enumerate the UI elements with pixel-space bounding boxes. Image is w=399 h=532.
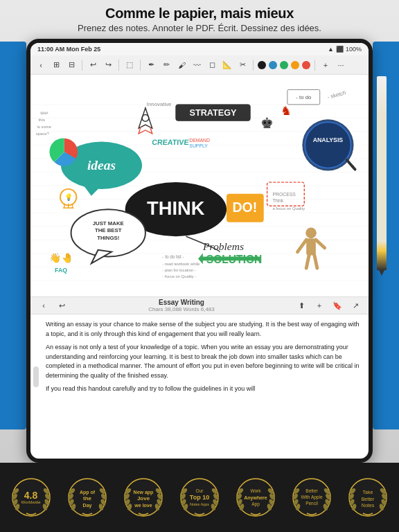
color-black[interactable]	[258, 61, 266, 69]
svg-text:ANALYSIS: ANALYSIS	[313, 136, 344, 143]
pencil-tool-icon[interactable]: ✏	[160, 59, 172, 71]
text-paragraph-3: If you read this handout carefully and t…	[46, 384, 360, 394]
svg-text:a focus on Quality: a focus on Quality	[272, 206, 305, 211]
pencil-decoration	[377, 76, 387, 270]
document-info-center: Essay Writing Chars 38,088 Words 6,483	[68, 299, 295, 312]
svg-text:CREATIVE: CREATIVE	[152, 138, 190, 146]
drawing-toolbar[interactable]: ‹ ⊞ ⊟ ↩ ↪ ⬚ ✒ ✏ 🖌 〰 ◻ 📐 ✂ + ···	[30, 55, 369, 75]
svg-text:Better: Better	[362, 497, 375, 502]
badge-top-10: Our Top 10 Notes Apps	[172, 477, 227, 517]
svg-point-30	[305, 122, 351, 168]
svg-text:Day: Day	[82, 503, 91, 508]
marker-icon[interactable]: 〰	[190, 59, 203, 71]
prev-page-icon[interactable]: ‹	[37, 299, 50, 312]
svg-text:JUST MAKE: JUST MAKE	[93, 220, 124, 227]
ipad-device: 11:00 AM Mon Feb 25 ▲ ⬛ 100% ‹ ⊞ ⊟ ↩ ↪ ⬚…	[26, 39, 373, 463]
divider-3	[140, 60, 141, 71]
text-paragraph-2: An essay is not only a test of your know…	[46, 343, 360, 380]
scissors-icon[interactable]: ✂	[236, 59, 249, 71]
text-paragraph-1: Writing an essay is your chance to make …	[46, 320, 360, 339]
brush-icon[interactable]: 🖌	[175, 59, 188, 71]
divider-4	[253, 60, 254, 71]
badge-apple-pencil: Better With Apple Pencil	[284, 477, 339, 517]
main-subtitle: Prenez des notes. Annoter le PDF. Écrit.…	[0, 23, 399, 33]
svg-text:- plan for location -: - plan for location -	[162, 268, 195, 272]
ruler-icon[interactable]: 📐	[221, 59, 233, 71]
main-title: Comme le papier, mais mieux	[0, 6, 399, 21]
svg-text:SOLUTION: SOLUTION	[206, 254, 263, 265]
badge-rating-label: Worldwide	[21, 500, 41, 504]
header: Comme le papier, mais mieux Prenez des n…	[0, 6, 399, 33]
search-icon[interactable]: ⊟	[65, 59, 78, 71]
scroll-indicator	[33, 366, 39, 387]
color-yellow[interactable]	[291, 61, 299, 69]
color-red[interactable]	[302, 61, 310, 69]
battery-icon: ⬛	[336, 46, 344, 53]
svg-text:Our: Our	[196, 488, 204, 493]
bottom-toolbar-right[interactable]: ⬆ + 🔖 ↗	[295, 299, 362, 312]
add-content-icon[interactable]: +	[313, 299, 326, 312]
pages-icon[interactable]: ⊞	[50, 59, 62, 71]
ipad-screen: 11:00 AM Mon Feb 25 ▲ ⬛ 100% ‹ ⊞ ⊟ ↩ ↪ ⬚…	[30, 43, 369, 459]
redo-icon[interactable]: ↪	[102, 59, 114, 71]
divider-2	[118, 60, 119, 71]
svg-text:Top 10: Top 10	[190, 494, 209, 501]
svg-text:- to do: - to do	[296, 94, 312, 100]
svg-text:New app: New app	[133, 490, 153, 495]
awards-badges-bar: 4.8 Worldwide	[0, 463, 399, 532]
svg-text:🤚: 🤚	[62, 252, 74, 264]
document-title: Essay Writing	[68, 299, 295, 306]
svg-text:Better: Better	[306, 488, 319, 493]
bottom-toolbar: ‹ ↩ Essay Writing Chars 38,088 Words 6,4…	[30, 296, 369, 314]
bottom-undo-icon[interactable]: ↩	[55, 299, 68, 312]
export-icon[interactable]: ↗	[349, 299, 362, 312]
add-icon[interactable]: +	[319, 59, 332, 71]
svg-text:💡: 💡	[64, 193, 73, 202]
badge-rating-value: 4.8	[24, 490, 37, 500]
badge-work-anywhere: Work Anywhere App	[228, 477, 283, 517]
svg-text:♚: ♚	[260, 115, 274, 132]
text-content-area[interactable]: Writing an essay is your chance to make …	[30, 314, 369, 439]
color-blue[interactable]	[269, 61, 277, 69]
svg-text:THINK: THINK	[147, 197, 205, 219]
back-button[interactable]: ‹	[35, 59, 47, 71]
svg-text:Notes: Notes	[362, 503, 375, 508]
svg-text:Think: Think	[272, 198, 283, 203]
svg-text:the: the	[83, 495, 92, 502]
wifi-icon: ▲	[328, 46, 334, 53]
status-bar: 11:00 AM Mon Feb 25 ▲ ⬛ 100%	[30, 43, 369, 55]
document-stats: Chars 38,088 Words 6,483	[68, 306, 295, 312]
svg-text:DEMAND: DEMAND	[189, 138, 210, 143]
svg-text:THINGS!: THINGS!	[97, 235, 119, 241]
svg-text:Notes Apps: Notes Apps	[190, 502, 209, 506]
share-icon[interactable]: ⬆	[295, 299, 308, 312]
svg-text:space?: space?	[36, 132, 50, 136]
svg-text:Take: Take	[363, 490, 373, 495]
svg-text:- focus on Quality -: - focus on Quality -	[162, 274, 196, 278]
more-icon[interactable]: ···	[335, 59, 347, 71]
badge-rating: 4.8 Worldwide	[3, 477, 59, 517]
canvas-area[interactable]: ideas THINK DO! STRATEGY ♚ ♞ CREATIVE DE…	[30, 75, 369, 296]
svg-text:Jove: Jove	[137, 495, 150, 502]
svg-text:- read textbook while: - read textbook while	[162, 262, 200, 266]
blue-accent-left	[0, 42, 26, 429]
divider-1	[82, 60, 82, 71]
svg-text:this: this	[39, 118, 45, 122]
svg-text:App of: App of	[80, 490, 96, 495]
bookmark-icon[interactable]: 🔖	[331, 299, 344, 312]
svg-text:PROCESS: PROCESS	[272, 192, 296, 197]
svg-text:STRATEGY: STRATEGY	[189, 108, 237, 118]
svg-text:FAQ: FAQ	[55, 267, 67, 274]
lasso-icon[interactable]: ⬚	[123, 59, 136, 71]
pen-icon[interactable]: ✒	[145, 59, 157, 71]
svg-text:Anywhere: Anywhere	[244, 495, 267, 501]
badge-take-notes: Take Better Notes	[340, 477, 396, 517]
divider-5	[314, 60, 315, 71]
eraser-icon[interactable]: ◻	[206, 59, 218, 71]
undo-icon[interactable]: ↩	[87, 59, 99, 71]
svg-text:Work: Work	[251, 488, 262, 493]
bottom-toolbar-left[interactable]: ‹ ↩	[37, 299, 68, 312]
svg-text:SUPPLY: SUPPLY	[189, 143, 208, 148]
badge-new-app: New app Jove we love	[116, 477, 171, 517]
color-green[interactable]	[280, 61, 288, 69]
